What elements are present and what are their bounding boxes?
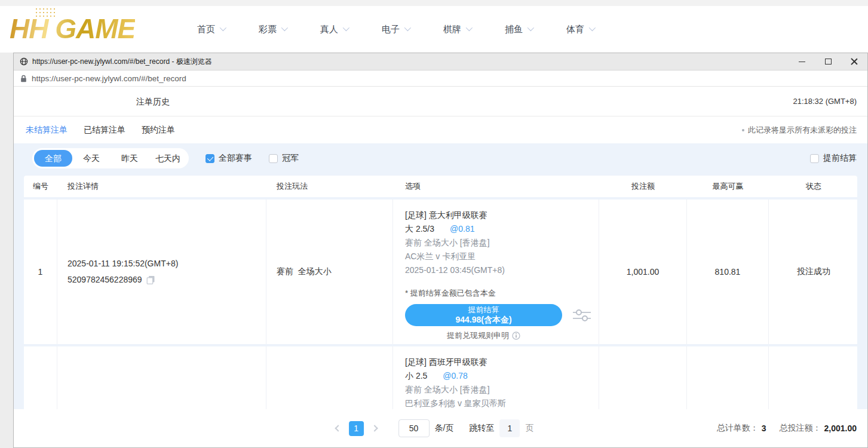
browser-titlebar[interactable]: https://user-pc-new.jylywl.com/#/bet_rec… <box>14 53 867 70</box>
per-page-label: 条/页 <box>435 423 454 434</box>
col-header-no: 编号 <box>24 181 57 192</box>
cashout-note: * 提前结算金额已包含本金 <box>405 288 599 299</box>
page-title: 注单历史 <box>136 97 170 108</box>
col-header-selection: 选项 <box>393 181 599 192</box>
total-count-value: 3 <box>762 424 766 433</box>
pager: 1 条/页 跳转至 页 <box>336 419 534 437</box>
status-cell: 投注成功 <box>769 200 858 344</box>
close-button[interactable] <box>841 53 867 70</box>
chevron-down-icon <box>281 24 288 30</box>
total-stake-value: 2,001.00 <box>824 424 857 433</box>
browser-window: https://user-pc-new.jylywl.com/#/bet_rec… <box>13 53 868 448</box>
globe-icon <box>20 57 28 66</box>
close-icon <box>851 58 858 65</box>
browser-addressbar[interactable]: https://user-pc-new.jylywl.com/#/bet_rec… <box>14 70 867 87</box>
match-teams: 巴利亚多利德 v 皇家贝蒂斯 <box>405 397 599 410</box>
market: 赛前 全场大小 [香港盘] <box>405 383 599 397</box>
col-header-status: 状态 <box>769 181 858 192</box>
bullet-dot-icon <box>742 129 744 131</box>
jump-to-label: 跳转至 <box>469 423 494 434</box>
filter-all[interactable]: 全部 <box>34 150 72 167</box>
filter-row: 全部 今天 昨天 七天内 全部赛事 冠军 提前结算 <box>14 143 867 173</box>
total-stake-label: 总投注额： <box>780 423 821 434</box>
server-clock: 21:18:32 (GMT+8) <box>793 97 857 106</box>
chevron-down-icon <box>466 24 473 30</box>
table-row: 1 2025-01-11 19:15:52(GMT+8) 52097824562… <box>24 200 857 344</box>
page-header: 注单历史 21:18:32 (GMT+8) <box>14 87 867 116</box>
filter-today[interactable]: 今天 <box>72 150 111 167</box>
checkbox-checked-icon <box>206 154 214 163</box>
stake-cell: 1,001.00 <box>599 200 687 344</box>
nav-item-live[interactable]: 真人 <box>320 24 382 35</box>
selection-cell: [足球] 意大利甲级联赛 大 2.5/3 @0.81 赛前 全场大小 [香港盘]… <box>393 200 599 344</box>
checkbox-all-events[interactable]: 全部赛事 <box>206 153 252 164</box>
date-range-filter: 全部 今天 昨天 七天内 <box>32 148 189 168</box>
copy-icon[interactable] <box>146 275 155 284</box>
maximize-icon <box>825 59 832 65</box>
col-header-bet-detail: 投注详情 <box>57 181 266 192</box>
bet-id: 5209782456228969 <box>68 272 142 288</box>
chevron-down-icon <box>527 24 534 30</box>
cashout-button-title: 提前结算 <box>468 305 499 315</box>
jump-page-input[interactable] <box>499 419 520 437</box>
pick: 小 2.5 <box>405 369 427 383</box>
sliders-settings-icon[interactable] <box>573 308 591 323</box>
bet-record-page: 注单历史 21:18:32 (GMT+8) 未结算注单 已结算注单 预约注单 此… <box>14 87 867 447</box>
window-title: https://user-pc-new.jylywl.com/#/bet_rec… <box>32 57 212 67</box>
total-count-label: 总计单数： <box>717 423 759 434</box>
nav-item-fishing[interactable]: 捕鱼 <box>505 24 566 35</box>
bet-table: 编号 投注详情 投注玩法 选项 投注额 最高可赢 状态 1 2025-01-11… <box>14 173 867 447</box>
checkbox-cashout[interactable]: 提前结算 <box>810 153 857 164</box>
col-header-max-win: 最高可赢 <box>687 181 769 192</box>
league-name: [足球] 西班牙甲级联赛 <box>405 355 599 369</box>
minimize-icon <box>799 62 805 62</box>
match-time: 2025-01-12 03:45(GMT+8) <box>405 263 599 277</box>
bet-tabs: 未结算注单 已结算注单 预约注单 <box>26 125 175 136</box>
cashout-button[interactable]: 提前结算 944.98(含本金) <box>405 304 562 326</box>
filter-yesterday[interactable]: 昨天 <box>111 150 149 167</box>
totals-summary: 总计单数： 3 总投注额： 2,001.00 <box>717 423 857 434</box>
odds: @0.78 <box>443 369 467 383</box>
tab-reserved-bets[interactable]: 预约注单 <box>142 125 175 136</box>
league-name: [足球] 意大利甲级联赛 <box>405 208 599 222</box>
page-number-button[interactable]: 1 <box>349 421 364 436</box>
tab-settled-bets[interactable]: 已结算注单 <box>84 125 125 136</box>
checkbox-champion[interactable]: 冠军 <box>269 153 299 164</box>
cashout-rules-link[interactable]: 提前兑现规则申明 <box>405 330 562 341</box>
bet-detail-cell: 2025-01-11 19:15:52(GMT+8) 5209782456228… <box>57 200 266 344</box>
lock-icon <box>20 75 27 82</box>
chevron-down-icon <box>220 24 226 30</box>
nav-item-lottery[interactable]: 彩票 <box>259 24 320 35</box>
minimize-button[interactable] <box>789 53 815 70</box>
prev-page-icon[interactable] <box>335 425 341 431</box>
next-page-icon[interactable] <box>371 425 378 431</box>
table-header-row: 编号 投注详情 投注玩法 选项 投注额 最高可赢 状态 <box>24 176 857 197</box>
pagination-bar: 1 条/页 跳转至 页 总计单数： 3 总投注额： 2,001.00 <box>14 409 867 447</box>
window-controls <box>789 53 867 70</box>
checkbox-unchecked-icon <box>269 154 278 163</box>
filter-seven-days[interactable]: 七天内 <box>149 150 187 167</box>
match-teams: AC米兰 v 卡利亚里 <box>405 250 599 263</box>
tab-unsettled-bets[interactable]: 未结算注单 <box>26 125 68 136</box>
tabs-row: 未结算注单 已结算注单 预约注单 此记录将显示所有未派彩的投注 <box>14 116 867 143</box>
bet-time: 2025-01-11 19:15:52(GMT+8) <box>68 256 266 272</box>
checkbox-unchecked-icon <box>810 154 819 163</box>
nav-item-boardgames[interactable]: 棋牌 <box>443 24 505 35</box>
col-header-stake: 投注额 <box>599 181 687 192</box>
bet-type-cell: 赛前 全场大小 <box>266 200 393 344</box>
address-url: https://user-pc-new.jylywl.com/#/bet_rec… <box>32 74 186 83</box>
odds: @0.81 <box>450 222 474 236</box>
maximize-button[interactable] <box>815 53 841 70</box>
chevron-down-icon <box>343 24 349 30</box>
page-size-input[interactable] <box>398 419 430 437</box>
nav-item-slots[interactable]: 电子 <box>382 24 443 35</box>
row-number: 1 <box>24 200 57 344</box>
unsettled-note: 此记录将显示所有未派彩的投注 <box>742 125 857 136</box>
info-icon <box>512 332 520 340</box>
col-header-bet-type: 投注玩法 <box>266 181 393 192</box>
nav-item-sports[interactable]: 体育 <box>566 24 628 35</box>
site-logo: HH GAME <box>10 7 135 50</box>
market: 赛前 全场大小 [香港盘] <box>405 236 599 250</box>
nav-item-home[interactable]: 首页 <box>197 24 259 35</box>
chevron-down-icon <box>589 24 596 30</box>
